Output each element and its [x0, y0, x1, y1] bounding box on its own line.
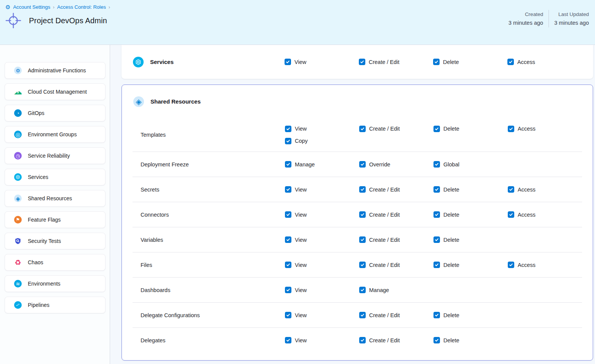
checkbox-view[interactable] [285, 126, 291, 132]
permission-global: Global [433, 161, 508, 168]
shared-resources-icon: ◈ [133, 96, 144, 107]
sidebar-item-gitops[interactable]: ◔GitOps [5, 105, 106, 121]
checkbox-create-edit[interactable] [359, 312, 366, 318]
checkbox-global[interactable] [433, 161, 440, 168]
permission-row-delegates: DelegatesViewCreate / EditDelete [133, 327, 582, 353]
sidebar-item-pipelines[interactable]: Pipelines [5, 297, 106, 313]
sidebar-item-shared-resources[interactable]: ◈Shared Resources [5, 190, 106, 207]
last-updated-label: Last Updated [558, 11, 589, 17]
meta-divider [549, 10, 549, 27]
permission-view: View [285, 186, 359, 193]
checkbox-create-edit[interactable] [359, 337, 366, 343]
checkbox-view[interactable] [285, 211, 291, 218]
checkbox-view[interactable] [285, 262, 291, 268]
permission-label: View [295, 237, 307, 243]
checkbox-override[interactable] [359, 161, 366, 168]
permission-line: Copy [285, 138, 582, 144]
permission-access: Access [507, 59, 582, 65]
resource-label: Delegate Configurations [141, 312, 285, 318]
checkbox-view[interactable] [285, 287, 291, 293]
permission-label: View [295, 187, 307, 193]
permission-access: Access [508, 186, 582, 193]
sidebar-item-label: Pipelines [28, 302, 50, 308]
checkbox-delete[interactable] [433, 186, 440, 193]
checkbox-access[interactable] [508, 262, 514, 268]
checkbox-access[interactable] [508, 126, 514, 132]
role-meta: Created 3 minutes ago Last Updated 3 min… [509, 10, 589, 27]
permission-access: Access [508, 211, 582, 218]
permission-label: Delete [443, 59, 459, 65]
permission-label: Create / Edit [369, 126, 400, 132]
checkbox-access[interactable] [508, 186, 514, 193]
checkbox-view[interactable] [285, 312, 291, 318]
services-icon [14, 173, 22, 181]
permission-view: View [285, 287, 359, 293]
permission-view: View [285, 211, 359, 218]
checkbox-manage[interactable] [359, 287, 366, 293]
permission-label: Delete [443, 187, 459, 193]
permission-lines: ViewCreate / EditDeleteAccess [285, 211, 582, 218]
sidebar-item-environments[interactable]: ≋Environments [5, 275, 106, 292]
resource-label: Delegates [141, 337, 285, 343]
checkbox-delete[interactable] [433, 337, 440, 343]
checkbox-create-edit[interactable] [359, 126, 366, 132]
resource-label: Secrets [141, 187, 285, 193]
sidebar-item-label: Shared Resources [28, 195, 72, 201]
gitops-icon: ◔ [14, 109, 22, 117]
permission-label: Delete [443, 337, 459, 343]
checkbox-view[interactable] [285, 236, 291, 243]
checkbox-delete[interactable] [433, 126, 440, 132]
checkbox-create-edit[interactable] [359, 186, 366, 193]
permission-create-edit: Create / Edit [359, 126, 433, 132]
checkbox-access[interactable] [507, 59, 514, 65]
sidebar-item-feature-flags[interactable]: ⚑Feature Flags [5, 211, 106, 228]
permission-line: ViewCreate / EditDelete [285, 337, 508, 343]
checkbox-delete[interactable] [433, 262, 440, 268]
permission-label: Access [518, 262, 536, 268]
permission-label: Copy [295, 138, 308, 144]
checkbox-delete[interactable] [433, 312, 440, 318]
sidebar-item-cloud-cost-management[interactable]: ☁$Cloud Cost Management [5, 83, 106, 100]
checkbox-copy[interactable] [285, 138, 291, 144]
permission-view: View [285, 262, 359, 268]
permission-label: View [295, 337, 307, 343]
permission-line: ViewCreate / EditDeleteAccess [285, 126, 582, 132]
checkbox-create-edit[interactable] [359, 262, 366, 268]
permission-label: Override [369, 161, 390, 168]
permission-label: View [295, 212, 307, 218]
permission-label: Create / Edit [369, 59, 400, 65]
permission-row-connectors: ConnectorsViewCreate / EditDeleteAccess [133, 202, 582, 227]
checkbox-view[interactable] [285, 186, 291, 193]
permission-lines: ViewCreate / EditDelete [285, 236, 508, 243]
checkbox-view[interactable] [285, 59, 291, 65]
permission-label: View [295, 287, 307, 293]
sidebar-item-service-reliability[interactable]: ◷Service Reliability [5, 147, 106, 164]
sidebar-item-services[interactable]: Services [5, 169, 106, 185]
checkbox-create-edit[interactable] [359, 211, 366, 218]
checkbox-create-edit[interactable] [359, 236, 366, 243]
permission-delete: Delete [433, 337, 508, 343]
breadcrumb-link-account-settings[interactable]: Account Settings [13, 4, 50, 10]
permission-label: Delete [443, 262, 459, 268]
sidebar-item-security-tests[interactable]: Security Tests [5, 233, 106, 249]
settings-gear-icon: ⚙ [5, 4, 10, 10]
checkbox-delete[interactable] [433, 59, 440, 65]
breadcrumb-link-access-control-roles[interactable]: Access Control: Roles [57, 4, 106, 10]
permission-line: ViewCreate / EditDelete [285, 312, 508, 318]
checkbox-create-edit[interactable] [359, 59, 365, 65]
sidebar-item-label: Feature Flags [28, 217, 61, 223]
checkbox-delete[interactable] [433, 236, 440, 243]
checkbox-view[interactable] [285, 337, 291, 343]
permission-line: ViewCreate / EditDelete [285, 236, 508, 243]
chaos-icon: ♻ [14, 259, 22, 266]
service-reliability-icon: ◷ [14, 152, 22, 160]
checkbox-delete[interactable] [433, 211, 440, 218]
checkbox-manage[interactable] [285, 161, 291, 168]
permission-lines: ViewCreate / EditDeleteAccess [285, 186, 582, 193]
sidebar-item-administrative-functions[interactable]: ⚙Administrative Functions [5, 62, 106, 79]
sidebar-item-chaos[interactable]: ♻Chaos [5, 254, 106, 271]
page-title: Project DevOps Admin [29, 16, 107, 25]
permission-label: Create / Edit [369, 262, 400, 268]
checkbox-access[interactable] [508, 211, 514, 218]
sidebar-item-environment-groups[interactable]: ◎Environment Groups [5, 126, 106, 143]
